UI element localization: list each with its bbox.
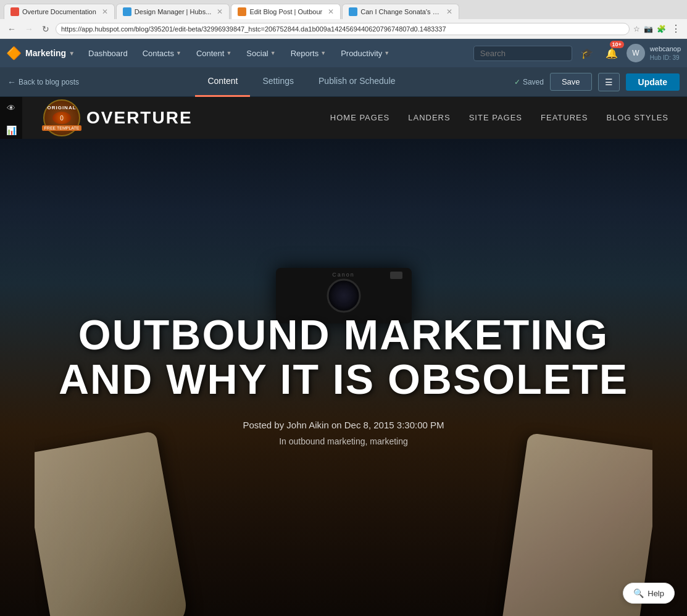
- site-menu-site-pages[interactable]: SITE PAGES: [469, 110, 522, 126]
- tab-4[interactable]: Can I Change Sonata's L... ✕: [342, 4, 459, 19]
- more-options-button[interactable]: ☰: [598, 73, 620, 91]
- site-menu-site-pages-label: SITE PAGES: [469, 113, 522, 122]
- nav-item-reports[interactable]: Reports ▼: [283, 39, 333, 67]
- tab-3[interactable]: Edit Blog Post | Outbour ✕: [231, 4, 341, 19]
- tab-favicon-3: [238, 7, 246, 16]
- tab-content[interactable]: Content: [195, 67, 250, 97]
- tab-close-1[interactable]: ✕: [102, 7, 108, 16]
- nav-item-dashboard[interactable]: Dashboard: [81, 39, 135, 67]
- site-menu-landers[interactable]: LANDERS: [408, 110, 450, 126]
- nav-arrow-contacts: ▼: [176, 50, 181, 56]
- address-bar: ← → ↻ ☆ 📷 🧩 ⋮: [0, 19, 687, 39]
- update-button[interactable]: Update: [626, 73, 680, 91]
- address-input[interactable]: [56, 23, 630, 35]
- edit-bar: ← Back to blog posts Content Settings Pu…: [0, 67, 687, 97]
- hero-title: OUTBOUND MARKETING AND WHY IT IS OBSOLET…: [48, 313, 640, 401]
- nav-right: 🎓 🔔 10+ W webcanop Hub ID: 39: [473, 43, 681, 63]
- hubspot-logo: 🔶: [6, 46, 22, 60]
- tab-settings[interactable]: Settings: [250, 67, 306, 97]
- site-logo: ORIGINAL 0 FREE TEMPLATE OVERTURE: [43, 99, 193, 136]
- academy-icon[interactable]: 🎓: [577, 43, 597, 63]
- account-info[interactable]: webcanop Hub ID: 39: [650, 44, 681, 61]
- tab-bar: Overture Documentation ✕ Design Manager …: [0, 0, 687, 19]
- checkmark-icon: ✓: [514, 78, 520, 86]
- tab-1[interactable]: Overture Documentation ✕: [4, 4, 115, 19]
- tab-favicon-4: [349, 7, 357, 16]
- site-menu-home-pages-label: HOME PAGES: [330, 113, 389, 122]
- site-menu-features-label: FEATURES: [541, 113, 588, 122]
- logo-free-template: FREE TEMPLATE: [42, 125, 82, 131]
- nav-item-content[interactable]: Content ▼: [189, 39, 239, 67]
- back-arrow-icon: ←: [7, 77, 16, 87]
- nav-label-dashboard: Dashboard: [88, 49, 128, 58]
- tab-content-label: Content: [207, 76, 238, 86]
- site-wordmark: OVERTURE: [86, 108, 193, 128]
- tab-label-3: Edit Blog Post | Outbour: [249, 8, 322, 15]
- site-menu-landers-label: LANDERS: [408, 113, 450, 122]
- notifications-button[interactable]: 🔔 10+: [602, 43, 622, 63]
- site-menu-home-pages[interactable]: HOME PAGES: [330, 110, 389, 126]
- save-button[interactable]: Save: [550, 73, 592, 91]
- nav-item-productivity[interactable]: Productivity ▼: [333, 39, 397, 67]
- nav-arrow-content: ▼: [226, 50, 231, 56]
- nav-items: Dashboard Contacts ▼ Content ▼ Social ▼ …: [81, 39, 468, 67]
- back-to-posts-button[interactable]: ← Back to blog posts: [7, 77, 79, 87]
- brand-label: Marketing: [25, 48, 66, 58]
- refresh-button[interactable]: ↻: [40, 23, 52, 35]
- camera-icon[interactable]: 📷: [644, 25, 653, 33]
- nav-item-contacts[interactable]: Contacts ▼: [135, 39, 189, 67]
- nav-label-contacts: Contacts: [143, 49, 174, 58]
- saved-label: Saved: [523, 78, 544, 86]
- edit-bar-actions: ✓ Saved Save ☰ Update: [514, 73, 680, 91]
- brand-arrow-icon: ▼: [69, 50, 75, 57]
- hero-section: Canon OUTBOUND MARKETING AND WHY IT IS O…: [0, 139, 687, 616]
- help-button[interactable]: 🔍 Help: [623, 583, 675, 604]
- chart-icon[interactable]: 📊: [0, 119, 22, 141]
- tab-publish-label: Publish or Schedule: [319, 76, 396, 86]
- search-input[interactable]: [473, 46, 572, 61]
- logo-badge-inner: ORIGINAL 0 FREE TEMPLATE: [42, 105, 82, 131]
- site-menu-features[interactable]: FEATURES: [541, 110, 588, 126]
- tab-2[interactable]: Design Manager | Hubs... ✕: [116, 4, 230, 19]
- forward-nav-button[interactable]: →: [22, 23, 36, 35]
- logo-number: 0: [60, 115, 64, 122]
- tab-close-2[interactable]: ✕: [217, 7, 223, 16]
- site-menu-blog-styles-label: BLOG STYLES: [606, 113, 668, 122]
- tab-label-1: Overture Documentation: [22, 8, 96, 15]
- extensions-icon[interactable]: 🧩: [657, 25, 666, 33]
- tab-label-4: Can I Change Sonata's L...: [360, 8, 441, 15]
- hero-meta: Posted by John Aikin on Dec 8, 2015 3:30…: [48, 420, 640, 430]
- nav-arrow-reports: ▼: [320, 50, 326, 56]
- avatar[interactable]: W: [627, 44, 645, 62]
- logo-badge: ORIGINAL 0 FREE TEMPLATE: [43, 99, 80, 136]
- avatar-initials: W: [632, 49, 639, 57]
- tab-close-3[interactable]: ✕: [328, 7, 334, 16]
- site-nav: 👁 📊 📦 ORIGINAL 0 FREE TEMPLATE OVERTURE …: [0, 97, 687, 139]
- tab-label-2: Design Manager | Hubs...: [135, 8, 212, 15]
- search-help-icon: 🔍: [633, 588, 644, 598]
- notifications-badge: 10+: [610, 41, 624, 48]
- nav-arrow-social: ▼: [270, 50, 276, 56]
- nav-label-reports: Reports: [291, 49, 319, 58]
- tab-publish[interactable]: Publish or Schedule: [306, 67, 408, 97]
- nav-item-social[interactable]: Social ▼: [239, 39, 283, 67]
- back-label: Back to blog posts: [19, 78, 79, 86]
- back-nav-button[interactable]: ←: [5, 23, 19, 35]
- tab-favicon-2: [123, 7, 131, 16]
- tab-close-4[interactable]: ✕: [446, 7, 452, 16]
- hub-id: Hub ID: 39: [650, 54, 681, 62]
- help-label: Help: [647, 589, 664, 598]
- brand-menu[interactable]: Marketing ▼: [25, 48, 75, 58]
- tab-settings-label: Settings: [262, 76, 294, 86]
- site-menu-blog-styles[interactable]: BLOG STYLES: [606, 110, 668, 126]
- menu-button[interactable]: ⋮: [670, 22, 682, 36]
- camera-brand-label: Canon: [332, 272, 355, 278]
- bookmark-icon[interactable]: ☆: [633, 25, 640, 33]
- eye-icon[interactable]: 👁: [0, 97, 22, 119]
- tab-favicon-1: [10, 7, 19, 16]
- nav-label-content: Content: [196, 49, 225, 58]
- nav-arrow-productivity: ▼: [384, 50, 389, 56]
- logo-original-text: ORIGINAL: [42, 105, 82, 110]
- nav-label-social: Social: [246, 49, 268, 58]
- saved-indicator: ✓ Saved: [514, 78, 544, 86]
